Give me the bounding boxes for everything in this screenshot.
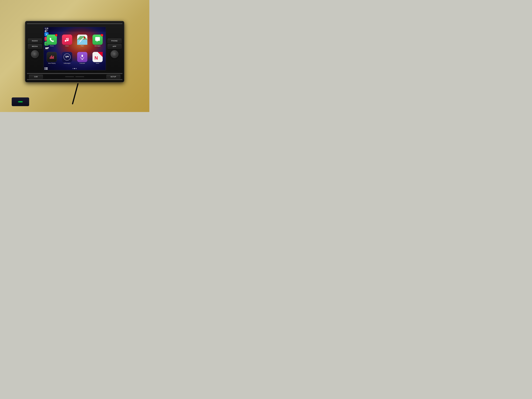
maps-icon-img <box>77 35 87 45</box>
status-bar: 5:38 4G <box>44 27 106 32</box>
usb-cable <box>72 83 79 105</box>
signal-bars <box>45 29 46 31</box>
bottom-left-spacer <box>44 67 48 70</box>
app-maps[interactable]: Maps <box>75 32 89 49</box>
news-svg-icon: N <box>92 52 103 62</box>
bottom-chrome-strip <box>27 79 122 80</box>
left-knob-inner <box>33 52 37 56</box>
phone-hardware-button[interactable]: PHONE <box>108 38 121 43</box>
page-dots <box>48 68 101 69</box>
right-knob-area <box>111 50 118 58</box>
battery-fill <box>45 31 46 32</box>
screen-bottom <box>44 67 106 70</box>
svg-text:N: N <box>95 55 98 61</box>
bottom-slot-2 <box>75 76 84 77</box>
signal-bar-4 <box>46 29 46 31</box>
right-knob-inner <box>113 52 116 56</box>
app-podcasts[interactable]: Podcasts <box>75 50 89 66</box>
podcasts-label: Podcasts <box>80 63 85 64</box>
signal-bar-3 <box>46 30 46 31</box>
podcasts-svg-icon <box>79 54 85 60</box>
setup-button[interactable]: SETUP <box>107 75 120 79</box>
page-dot-2[interactable] <box>74 68 75 69</box>
left-knob-area <box>31 50 39 58</box>
carplay-screen: 5:38 4G <box>44 27 106 70</box>
top-chrome-strip <box>27 23 122 24</box>
svg-point-5 <box>84 37 85 38</box>
messages-label: Messages <box>95 45 101 47</box>
svg-marker-4 <box>77 40 87 45</box>
music-icon-img <box>62 35 72 45</box>
music-svg-icon <box>64 37 70 43</box>
vw-svg-icon <box>63 53 71 61</box>
nowplaying-bars <box>50 55 54 59</box>
page-dot-3[interactable] <box>76 68 77 69</box>
head-unit: RADIO MEDIA 5:38 <box>25 21 124 82</box>
maps-label: Maps <box>81 45 84 47</box>
middle-chrome-strip <box>27 73 122 74</box>
scene: RADIO MEDIA 5:38 <box>0 0 149 112</box>
svg-point-7 <box>64 54 70 60</box>
car-button[interactable]: CAR <box>29 75 43 79</box>
app-messages[interactable]: 76 Messages <box>91 32 105 49</box>
phone-svg-icon <box>49 37 55 43</box>
nowplaying-icon-img <box>47 52 57 62</box>
app-phone[interactable]: 1 Phone <box>45 32 59 49</box>
news-icon-img: N <box>92 52 103 62</box>
status-time: 5:38 <box>45 28 48 29</box>
right-controls: PHONE APP <box>107 38 122 59</box>
svg-rect-8 <box>82 55 83 57</box>
right-knob[interactable] <box>111 50 118 58</box>
app-nowplaying[interactable]: Now Playing <box>45 50 59 66</box>
carplay-dongle <box>12 97 29 106</box>
maps-svg-icon <box>77 35 87 45</box>
status-left: 5:38 4G <box>45 28 48 32</box>
page-dot-1[interactable] <box>73 68 74 69</box>
phone-label: Phone <box>50 45 54 47</box>
app-hardware-button[interactable]: APP <box>108 44 121 49</box>
media-button[interactable]: MEDIA <box>28 44 42 49</box>
bottom-slot-1 <box>65 76 74 77</box>
dongle-led <box>18 101 23 102</box>
app-news[interactable]: N News <box>91 50 105 66</box>
signal-4g-label: 4G <box>47 30 48 31</box>
phone-icon-img: 1 <box>47 35 57 45</box>
unit-top: RADIO MEDIA 5:38 <box>27 25 122 73</box>
podcasts-icon-img <box>77 52 87 62</box>
signal-bar-2 <box>45 30 45 31</box>
music-label: Music <box>65 45 69 47</box>
vw-label: Volkswagen <box>63 63 70 64</box>
status-signal: 4G <box>45 29 48 31</box>
messages-icon-img: 76 <box>92 35 103 45</box>
left-knob[interactable] <box>31 50 39 58</box>
vw-icon-img <box>62 52 72 62</box>
app-music[interactable]: Music <box>60 32 74 49</box>
screen-container: 5:38 4G <box>43 27 106 70</box>
phone-badge: 1 <box>55 34 57 36</box>
messages-badge: 76 <box>101 34 103 36</box>
nowplaying-label: Now Playing <box>48 63 55 64</box>
battery-icon <box>45 31 47 32</box>
signal-bar-1 <box>45 30 45 31</box>
bottom-buttons: CAR SETUP <box>27 75 122 79</box>
messages-svg-icon <box>94 37 101 43</box>
app-grid: 1 Phone Music <box>44 32 106 67</box>
news-label: News <box>96 63 99 64</box>
radio-button[interactable]: RADIO <box>28 38 42 43</box>
left-controls: RADIO MEDIA <box>27 38 43 59</box>
app-volkswagen[interactable]: Volkswagen <box>60 50 74 66</box>
grid-list-bottom-icon <box>44 67 48 70</box>
center-bottom-slots <box>65 76 84 77</box>
